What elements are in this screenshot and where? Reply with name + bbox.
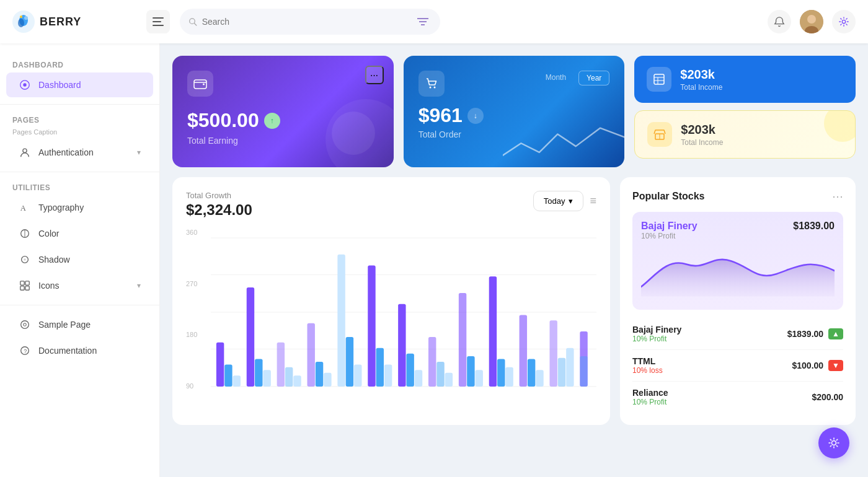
svg-rect-49 <box>247 287 254 387</box>
stock-info-bajaj: Bajaj Finery 10% Profit <box>632 325 681 343</box>
svg-rect-55 <box>308 323 315 387</box>
tab-month[interactable]: Month <box>538 71 574 85</box>
svg-rect-77 <box>528 359 535 387</box>
svg-point-29 <box>24 323 27 326</box>
svg-line-9 <box>194 24 196 25</box>
logo-icon <box>12 11 35 33</box>
badge-down-ttml: ▼ <box>828 360 843 371</box>
svg-point-34 <box>433 87 435 89</box>
topbar-right <box>768 10 856 33</box>
topbar-settings-button[interactable] <box>832 10 856 33</box>
badge-up-bajaj: ▲ <box>828 328 843 339</box>
sidebar-item-typography[interactable]: A Typography <box>6 195 153 220</box>
chart-menu-icon[interactable]: ≡ <box>590 195 596 208</box>
order-card-top: Month Year <box>418 71 610 97</box>
stocks-card: Popular Stocks ⋯ Bajaj Finery 10% Profit… <box>620 177 856 425</box>
icons-icon <box>19 279 31 292</box>
stocks-menu-icon[interactable]: ⋯ <box>832 190 843 203</box>
chevron-down-icon-2: ▾ <box>137 281 141 290</box>
sidebar-item-documentation[interactable]: ? Documentation <box>6 338 153 363</box>
earning-card-icon <box>187 71 213 97</box>
sidebar-item-shadow[interactable]: Shadow <box>6 247 153 272</box>
chevron-down-icon-3: ▾ <box>569 196 573 206</box>
mini-card-icon-yellow <box>647 122 672 147</box>
featured-stock-name: Bajaj Finery <box>641 221 698 232</box>
svg-rect-6 <box>153 21 161 22</box>
svg-point-4 <box>20 15 22 18</box>
svg-rect-5 <box>153 17 164 19</box>
tab-year[interactable]: Year <box>578 71 609 85</box>
sidebar-item-label: Typography <box>38 203 84 212</box>
order-tabs: Month Year <box>538 71 610 85</box>
color-icon <box>19 227 31 240</box>
featured-stock-profit: 10% Profit <box>641 232 698 240</box>
mini-card-info-blue: $203k Total Income <box>680 68 722 92</box>
y-label-180: 180 <box>186 331 197 338</box>
dashboard-icon <box>19 79 31 91</box>
svg-rect-75 <box>505 367 513 387</box>
bar-chart-svg <box>211 229 596 396</box>
chart-body: 360 270 180 90 <box>186 229 596 398</box>
shadow-icon <box>19 253 31 266</box>
svg-rect-67 <box>428 337 436 387</box>
stock-profit-bajaj: 10% Profit <box>632 335 681 343</box>
stock-info-ttml: TTML 10% loss <box>632 356 663 375</box>
right-cards: $203k Total Income $203k <box>634 56 856 167</box>
search-input[interactable] <box>202 17 410 27</box>
y-label-270: 270 <box>186 280 197 287</box>
svg-rect-74 <box>497 359 505 387</box>
stock-chart-header: Bajaj Finery 10% Profit $1839.00 <box>641 221 835 240</box>
stock-price-bajaj: $1839.00 <box>787 329 823 339</box>
content-area: ⋯ $500.00 ↑ Total Earning <box>160 43 868 477</box>
auth-icon <box>19 146 31 159</box>
order-card-icon <box>418 71 445 97</box>
hamburger-button[interactable] <box>146 10 170 33</box>
svg-text:A: A <box>20 204 26 212</box>
sidebar-item-icons[interactable]: Icons ▾ <box>6 273 153 298</box>
topbar: BERRY <box>0 0 868 43</box>
earning-card-menu-button[interactable]: ⋯ <box>365 66 384 84</box>
search-filter-button[interactable] <box>415 12 432 32</box>
table-icon <box>653 73 665 85</box>
svg-rect-52 <box>277 343 285 387</box>
stock-right-ttml: $100.00 ▼ <box>792 360 844 371</box>
main-layout: Dashboard Dashboard Pages Pages Caption … <box>0 43 868 477</box>
svg-rect-50 <box>255 359 262 387</box>
sidebar-item-authentication[interactable]: Authentication ▾ <box>6 140 153 165</box>
svg-rect-80 <box>558 358 565 387</box>
avatar[interactable] <box>800 10 823 33</box>
today-button[interactable]: Today ▾ <box>533 191 584 211</box>
chart-controls: Today ▾ ≡ <box>533 191 596 211</box>
svg-rect-56 <box>316 362 323 387</box>
app-name: BERRY <box>40 15 81 28</box>
svg-rect-69 <box>445 373 453 387</box>
stocks-header: Popular Stocks ⋯ <box>632 190 843 203</box>
dashboard-section-label: Dashboard <box>0 56 159 72</box>
svg-point-19 <box>23 149 27 152</box>
svg-rect-53 <box>285 367 293 387</box>
stock-name-bajaj: Bajaj Finery <box>632 325 681 335</box>
chevron-down-icon: ▾ <box>137 148 141 157</box>
shopping-icon <box>425 77 438 90</box>
svg-rect-70 <box>459 293 466 387</box>
stock-row-bajaj: Bajaj Finery 10% Profit $1839.00 ▲ <box>632 318 843 350</box>
stock-price-reliance: $200.00 <box>812 392 843 402</box>
sidebar-item-color[interactable]: Color <box>6 221 153 246</box>
stocks-title: Popular Stocks <box>632 191 704 202</box>
search-icon <box>188 17 197 27</box>
notification-button[interactable] <box>768 10 791 33</box>
svg-point-3 <box>24 16 28 20</box>
svg-rect-48 <box>233 375 241 387</box>
svg-rect-58 <box>337 255 345 387</box>
sidebar-item-sample-page[interactable]: Sample Page <box>6 312 153 337</box>
svg-rect-54 <box>293 375 301 387</box>
bg-shape-2 <box>332 112 375 155</box>
sidebar-item-label: Shadow <box>38 255 70 265</box>
sidebar: Dashboard Dashboard Pages Pages Caption … <box>0 43 160 477</box>
sidebar-item-dashboard[interactable]: Dashboard <box>6 72 153 97</box>
mini-card-info-yellow: $203k Total Income <box>681 123 723 147</box>
y-label-360: 360 <box>186 229 197 236</box>
fab-settings-button[interactable] <box>818 427 849 458</box>
sidebar-divider-2 <box>0 172 159 172</box>
order-card: Month Year $961 ↓ Total Order <box>404 56 625 167</box>
